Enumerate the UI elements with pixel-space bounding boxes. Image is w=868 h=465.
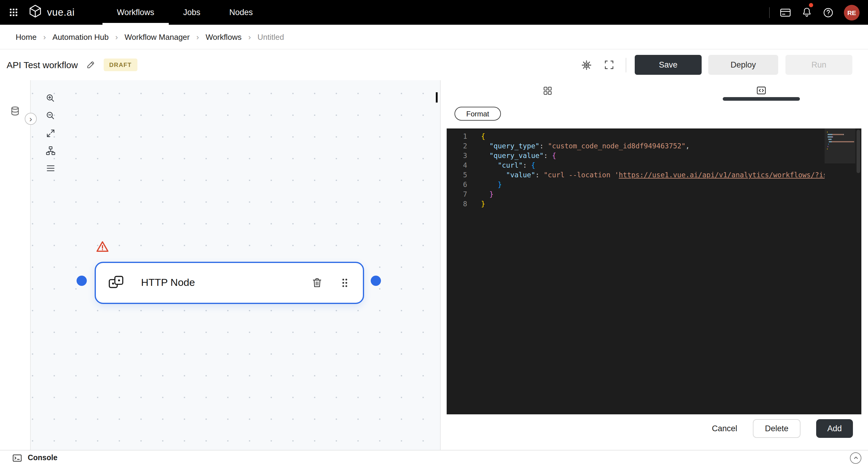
- node-input-port[interactable]: [76, 275, 87, 286]
- topbar-divider: [769, 7, 770, 18]
- code-line: 6 }: [447, 180, 861, 190]
- tab-form-view[interactable]: [441, 80, 654, 101]
- settings-gear-icon[interactable]: [581, 59, 592, 71]
- line-number: 6: [447, 180, 467, 190]
- code-line: 5 "value": "curl --location 'https://use…: [447, 170, 861, 180]
- help-icon[interactable]: [822, 6, 834, 19]
- topbar-right: RE: [769, 0, 860, 25]
- brand-logo-icon: [28, 4, 42, 21]
- format-button[interactable]: Format: [455, 107, 501, 121]
- active-tab-indicator: [723, 97, 800, 101]
- line-number: 3: [447, 151, 467, 161]
- add-button[interactable]: Add: [816, 419, 853, 438]
- bell-icon[interactable]: [801, 7, 812, 18]
- expand-rail-button[interactable]: ›: [25, 113, 37, 125]
- chevron-right-icon: ›: [29, 115, 32, 123]
- nav-nodes[interactable]: Nodes: [215, 0, 267, 25]
- notification-dot: [809, 3, 813, 7]
- line-number: 5: [447, 170, 467, 180]
- console-label: Console: [28, 454, 58, 462]
- node-output-port[interactable]: [371, 275, 381, 286]
- auto-layout-icon[interactable]: [45, 145, 56, 156]
- fit-view-icon[interactable]: [45, 128, 56, 139]
- zoom-in-icon[interactable]: [45, 93, 56, 104]
- code-line: 7 }: [447, 190, 861, 199]
- workflow-header: API Test workflow DRAFT Save Depl: [0, 50, 868, 80]
- apps-grid-icon[interactable]: [8, 7, 19, 18]
- node-config-panel: Format 1{2 "query_type": "custom_code_no…: [441, 80, 868, 450]
- billing-card-icon[interactable]: [779, 6, 792, 19]
- delete-button[interactable]: Delete: [753, 419, 801, 438]
- edit-title-icon[interactable]: [86, 60, 95, 69]
- node-title: HTTP Node: [141, 277, 195, 289]
- brand-logo[interactable]: vue.ai: [28, 4, 75, 21]
- node-warning-icon[interactable]: [95, 239, 110, 256]
- avatar[interactable]: RE: [844, 4, 860, 20]
- fullscreen-icon[interactable]: [603, 59, 615, 70]
- breadcrumb-item: Untitled: [257, 32, 284, 41]
- minimap[interactable]: [825, 128, 855, 414]
- database-icon[interactable]: [10, 106, 21, 119]
- zoom-out-icon[interactable]: [45, 110, 56, 121]
- breadcrumb-item[interactable]: Home: [16, 32, 36, 41]
- panel-tabs: [441, 80, 868, 101]
- node-more-options-icon[interactable]: [340, 278, 350, 288]
- scrollbar-thumb[interactable]: [857, 130, 860, 173]
- main-nav: WorkflowsJobsNodes: [102, 0, 267, 25]
- delete-node-icon[interactable]: [311, 277, 323, 289]
- code-line: 8}: [447, 199, 861, 209]
- http-node-icon: [107, 272, 125, 293]
- code-line: 3 "query_value": {: [447, 151, 861, 161]
- line-number: 1: [447, 132, 467, 141]
- panel-resize-handle[interactable]: [436, 92, 438, 103]
- json-code-editor[interactable]: 1{2 "query_type": "custom_code_node_id8d…: [447, 128, 861, 414]
- cancel-button[interactable]: Cancel: [712, 424, 737, 433]
- code-lines: 1{2 "query_type": "custom_code_node_id8d…: [447, 128, 861, 414]
- topbar: vue.ai WorkflowsJobsNodes: [0, 0, 868, 25]
- canvas-toolbar: [45, 93, 56, 174]
- deploy-button[interactable]: Deploy: [708, 55, 778, 75]
- http-node-card[interactable]: HTTP Node: [95, 262, 364, 304]
- page-title: API Test workflow: [7, 60, 78, 70]
- terminal-icon: [12, 453, 22, 463]
- breadcrumb-separator: ›: [196, 32, 199, 41]
- topbar-left: vue.ai: [8, 0, 75, 25]
- node-library-rail: [0, 80, 31, 450]
- breadcrumb: Home›Automation Hub›Workflow Manager›Wor…: [16, 32, 284, 41]
- save-button[interactable]: Save: [635, 55, 702, 75]
- header-actions: Save Deploy Run: [581, 55, 852, 75]
- breadcrumb-separator: ›: [43, 32, 46, 41]
- editor-scrollbar[interactable]: [855, 128, 861, 414]
- breadcrumb-separator: ›: [116, 32, 118, 41]
- code-line: 1{: [447, 132, 861, 141]
- page: vue.ai WorkflowsJobsNodes: [0, 0, 868, 465]
- workflow-canvas[interactable]: HTTP Node: [31, 80, 441, 450]
- breadcrumb-separator: ›: [248, 32, 251, 41]
- console-bar[interactable]: Console: [0, 450, 868, 465]
- breadcrumb-bar: Home›Automation Hub›Workflow Manager›Wor…: [0, 25, 868, 50]
- minimap-slider[interactable]: [825, 128, 855, 164]
- nav-workflows[interactable]: Workflows: [102, 0, 169, 25]
- canvas-menu-icon[interactable]: [45, 163, 56, 174]
- brand-name: vue.ai: [47, 7, 75, 18]
- notification-area: [801, 7, 812, 18]
- header-divider: [626, 58, 626, 72]
- line-number: 4: [447, 161, 467, 170]
- panel-actions: Cancel Delete Add: [441, 419, 853, 438]
- line-number: 2: [447, 141, 467, 151]
- run-button[interactable]: Run: [785, 55, 852, 75]
- breadcrumb-item[interactable]: Workflow Manager: [124, 32, 190, 41]
- line-number: 7: [447, 190, 467, 199]
- breadcrumb-item[interactable]: Workflows: [206, 32, 241, 41]
- code-line: 2 "query_type": "custom_code_node_id8df9…: [447, 141, 861, 151]
- code-line: 4 "curl": {: [447, 161, 861, 170]
- line-number: 8: [447, 199, 467, 209]
- breadcrumb-item[interactable]: Automation Hub: [53, 32, 108, 41]
- status-badge: DRAFT: [104, 58, 137, 71]
- main-area: ›: [0, 80, 868, 450]
- console-expand-icon[interactable]: [850, 452, 861, 464]
- nav-jobs[interactable]: Jobs: [169, 0, 215, 25]
